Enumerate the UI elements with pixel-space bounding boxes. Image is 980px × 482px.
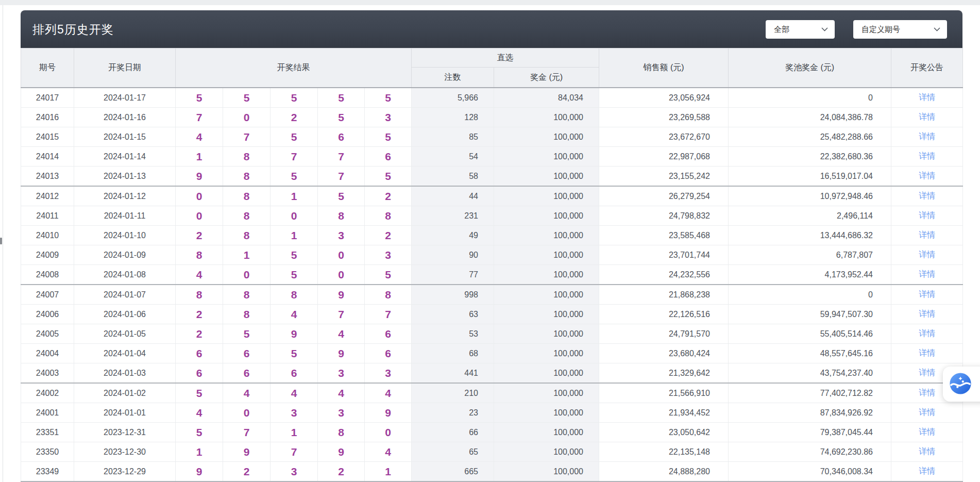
floating-widget[interactable] [943, 367, 980, 402]
pool-cell: 0 [729, 88, 891, 108]
detail-link[interactable]: 详情 [919, 408, 935, 417]
detail-link[interactable]: 详情 [919, 171, 935, 180]
result-digit: 7 [271, 147, 318, 167]
table-body: 240172024-01-17555555,96684,03423,056,92… [21, 88, 963, 481]
result-digit: 2 [271, 108, 318, 127]
detail-link[interactable]: 详情 [919, 447, 935, 456]
detail-link[interactable]: 详情 [919, 270, 935, 278]
issue-cell: 24007 [21, 285, 74, 305]
sales-cell: 23,269,588 [599, 108, 729, 127]
pool-cell: 6,787,807 [729, 245, 891, 265]
issue-cell: 24016 [21, 108, 74, 127]
notice-cell: 详情 [891, 206, 963, 226]
detail-link[interactable]: 详情 [919, 290, 935, 298]
detail-link[interactable]: 详情 [919, 152, 935, 160]
notice-cell: 详情 [891, 147, 963, 167]
prize-cell: 100,000 [494, 265, 599, 285]
result-digit: 0 [223, 403, 271, 423]
notice-cell: 详情 [891, 186, 963, 206]
table-row: 240052024-01-052594653100,00024,791,5705… [21, 324, 963, 344]
date-cell: 2023-12-31 [74, 423, 176, 442]
detail-link[interactable]: 详情 [919, 348, 935, 357]
issue-cell: 24004 [21, 344, 74, 363]
bets-cell: 77 [412, 265, 494, 285]
detail-link[interactable]: 详情 [919, 388, 935, 397]
pool-cell: 25,482,288.66 [729, 127, 891, 147]
prize-cell: 100,000 [494, 108, 599, 127]
result-digit: 5 [271, 167, 318, 187]
result-digit: 2 [365, 226, 412, 245]
result-digit: 9 [318, 285, 365, 305]
issue-cell: 24015 [21, 127, 74, 147]
bets-cell: 23 [412, 403, 494, 423]
result-digit: 2 [223, 462, 271, 482]
detail-link[interactable]: 详情 [919, 329, 935, 338]
result-digit: 1 [271, 226, 318, 245]
result-digit: 5 [365, 167, 412, 187]
result-digit: 9 [318, 344, 365, 363]
detail-link[interactable]: 详情 [919, 467, 935, 475]
result-digit: 0 [223, 108, 271, 127]
sales-cell: 24,791,570 [599, 324, 729, 344]
bets-cell: 85 [412, 127, 494, 147]
table-row: 240132024-01-139857558100,00023,155,2421… [21, 167, 963, 187]
issue-cell: 24008 [21, 265, 74, 285]
date-cell: 2024-01-13 [74, 167, 176, 187]
bets-cell: 58 [412, 167, 494, 187]
detail-link[interactable]: 详情 [919, 250, 935, 259]
result-digit: 2 [176, 226, 223, 245]
date-cell: 2024-01-16 [74, 108, 176, 127]
result-digit: 8 [271, 285, 318, 305]
pool-cell: 43,754,237.40 [729, 363, 891, 384]
bets-cell: 5,966 [412, 88, 494, 108]
detail-link[interactable]: 详情 [919, 191, 935, 200]
detail-link[interactable]: 详情 [919, 427, 935, 436]
detail-link[interactable]: 详情 [919, 112, 935, 121]
pool-cell: 77,402,712.82 [729, 383, 891, 403]
table-row: 240122024-01-120815244100,00026,279,2541… [21, 186, 963, 206]
sales-cell: 23,672,670 [599, 127, 729, 147]
bets-cell: 128 [412, 108, 494, 127]
result-digit: 9 [176, 462, 223, 482]
pool-cell: 87,834,926.92 [729, 403, 891, 423]
detail-link[interactable]: 详情 [919, 93, 935, 102]
detail-link[interactable]: 详情 [919, 309, 935, 318]
issue-cell: 24005 [21, 324, 74, 344]
date-cell: 2024-01-01 [74, 403, 176, 423]
prize-cell: 100,000 [494, 305, 599, 324]
sales-cell: 23,585,468 [599, 226, 729, 245]
date-cell: 2024-01-05 [74, 324, 176, 344]
table-row: 240082024-01-084050577100,00024,232,5564… [21, 265, 963, 285]
notice-cell: 详情 [891, 305, 963, 324]
bets-cell: 65 [412, 442, 494, 462]
col-header-issue: 期号 [21, 48, 74, 88]
col-header-notice: 开奖公告 [891, 48, 963, 88]
bets-cell: 90 [412, 245, 494, 265]
bets-cell: 441 [412, 363, 494, 384]
range-filter-select[interactable]: 全部 [766, 20, 835, 39]
pool-cell: 10,972,948.46 [729, 186, 891, 206]
issue-cell: 24012 [21, 186, 74, 206]
date-cell: 2024-01-12 [74, 186, 176, 206]
custom-issue-select[interactable]: 自定义期号 [853, 20, 947, 39]
sales-cell: 22,987,068 [599, 147, 729, 167]
detail-link[interactable]: 详情 [919, 132, 935, 141]
bets-cell: 44 [412, 186, 494, 206]
table-row: 240042024-01-046659668100,00023,680,4244… [21, 344, 963, 363]
detail-link[interactable]: 详情 [919, 368, 935, 377]
detail-link[interactable]: 详情 [919, 211, 935, 220]
brand-circle-icon [949, 372, 972, 395]
prize-cell: 100,000 [494, 363, 599, 384]
detail-link[interactable]: 详情 [919, 230, 935, 239]
col-header-prize: 奖金 (元) [494, 68, 599, 88]
sales-cell: 21,868,238 [599, 285, 729, 305]
result-digit: 8 [223, 285, 271, 305]
result-digit: 8 [223, 226, 271, 245]
result-digit: 8 [223, 305, 271, 324]
result-digit: 6 [176, 363, 223, 384]
issue-cell: 24006 [21, 305, 74, 324]
notice-cell: 详情 [891, 442, 963, 462]
result-digit: 9 [318, 442, 365, 462]
result-digit: 3 [271, 462, 318, 482]
sales-cell: 24,888,280 [599, 462, 729, 482]
